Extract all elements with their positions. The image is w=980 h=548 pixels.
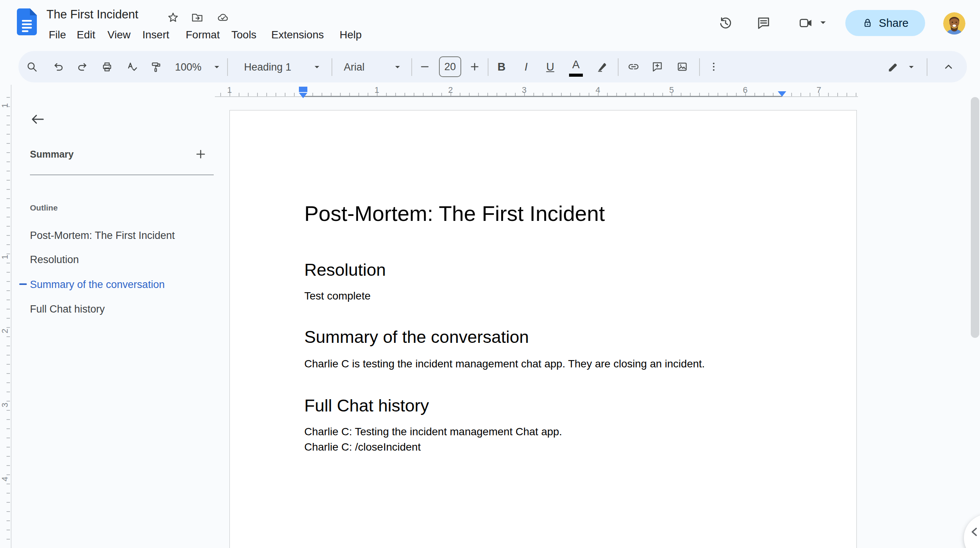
lock-icon — [862, 17, 873, 29]
outline-item-resolution[interactable]: Resolution — [30, 254, 79, 266]
editing-mode-caret-icon[interactable] — [908, 65, 914, 69]
share-button-label: Share — [879, 17, 908, 30]
document-page[interactable]: Post-Mortem: The First Incident Resoluti… — [229, 110, 857, 548]
doc-heading-full-chat-history[interactable]: Full Chat history — [304, 396, 429, 416]
first-line-indent-marker[interactable] — [299, 87, 307, 92]
close-outline-back-arrow-icon[interactable] — [29, 111, 46, 128]
ruler-number: 3 — [522, 85, 526, 95]
ruler-number: 7 — [817, 85, 821, 95]
menu-view[interactable]: View — [107, 27, 130, 43]
ruler-number: 4 — [596, 85, 600, 95]
ruler-number: 5 — [669, 85, 674, 95]
more-options-kebab-icon[interactable] — [707, 60, 721, 74]
increase-font-size-button[interactable] — [468, 60, 482, 74]
google-docs-app: The First Incident File Edit View Insert… — [0, 0, 980, 548]
ruler-number: 6 — [743, 85, 747, 95]
insert-link-icon[interactable] — [627, 60, 640, 74]
print-icon[interactable] — [100, 60, 114, 74]
ruler-number: 4 — [0, 474, 10, 484]
active-outline-item-dash — [19, 283, 27, 285]
doc-paragraph[interactable]: Charlie C: Testing the incident manageme… — [304, 426, 562, 438]
meet-dropdown-caret-icon[interactable] — [820, 20, 827, 25]
decrease-font-size-button[interactable] — [418, 60, 432, 74]
toolbar-divider — [411, 58, 412, 76]
vertical-scrollbar-thumb[interactable] — [971, 97, 979, 338]
doc-heading-resolution[interactable]: Resolution — [304, 260, 386, 280]
summary-section-label: Summary — [30, 149, 74, 160]
menu-file[interactable]: File — [49, 27, 66, 43]
ruler-number: 2 — [0, 326, 10, 336]
text-color-button[interactable]: A — [569, 58, 583, 71]
editing-mode-pencil-icon[interactable] — [886, 60, 899, 74]
header: The First Incident File Edit View Insert… — [0, 0, 980, 50]
text-color-swatch — [569, 74, 583, 77]
spellcheck-icon[interactable] — [125, 60, 139, 74]
ruler-margin-line — [303, 96, 782, 97]
toolbar-divider — [488, 58, 488, 76]
document-title-input[interactable]: The First Incident — [46, 8, 138, 21]
share-button[interactable]: Share — [845, 10, 925, 36]
menu-tools[interactable]: Tools — [231, 27, 256, 43]
doc-heading-summary[interactable]: Summary of the conversation — [304, 327, 529, 347]
ruler-number: 1 — [0, 252, 10, 262]
doc-paragraph[interactable]: Test complete — [304, 290, 371, 302]
left-indent-marker[interactable] — [299, 93, 307, 98]
paragraph-style-caret-icon[interactable] — [314, 65, 320, 69]
outline-section-label: Outline — [30, 203, 58, 212]
font-family-caret-icon[interactable] — [394, 65, 401, 69]
add-comment-icon[interactable] — [650, 60, 664, 74]
ruler-number: 1 — [227, 85, 232, 95]
font-size-input[interactable]: 20 — [439, 56, 461, 77]
menu-edit[interactable]: Edit — [77, 27, 95, 43]
outline-item-full-chat-history[interactable]: Full Chat history — [30, 303, 105, 315]
toolbar-divider — [332, 58, 332, 76]
ruler-number: 2 — [448, 85, 453, 95]
italic-button[interactable]: I — [519, 61, 533, 73]
insert-image-icon[interactable] — [675, 60, 689, 74]
move-to-folder-icon[interactable] — [190, 11, 204, 25]
right-indent-marker[interactable] — [778, 91, 786, 97]
zoom-caret-icon[interactable] — [214, 65, 220, 69]
outline-item-summary-of-conversation[interactable]: Summary of the conversation — [30, 279, 165, 291]
highlight-color-icon[interactable] — [595, 60, 609, 74]
underline-button[interactable]: U — [543, 61, 557, 73]
ruler-number: 3 — [0, 400, 10, 410]
menu-help[interactable]: Help — [340, 27, 362, 43]
toolbar-divider — [227, 58, 228, 76]
version-history-icon[interactable] — [717, 15, 734, 31]
ruler-number: 1 — [0, 100, 10, 110]
menu-insert[interactable]: Insert — [142, 27, 169, 43]
hide-menus-chevron-up-icon[interactable] — [942, 60, 955, 74]
account-avatar[interactable] — [943, 12, 965, 35]
star-icon[interactable] — [166, 11, 180, 25]
paragraph-style-select[interactable]: Heading 1 — [244, 60, 291, 74]
chevron-left-icon — [966, 523, 980, 540]
add-summary-plus-icon[interactable] — [194, 147, 208, 161]
show-side-panel-button[interactable] — [964, 514, 980, 548]
ruler-edge-line — [11, 85, 12, 548]
bold-button[interactable]: B — [495, 61, 508, 73]
doc-heading-title[interactable]: Post-Mortem: The First Incident — [304, 201, 605, 226]
paint-format-icon[interactable] — [149, 60, 163, 74]
meet-video-icon[interactable] — [797, 15, 814, 31]
docs-logo-icon[interactable] — [17, 8, 37, 35]
toolbar-divider — [699, 58, 700, 76]
summary-divider — [30, 174, 214, 175]
zoom-select[interactable]: 100% — [175, 60, 201, 74]
toolbar-divider — [927, 58, 927, 76]
undo-icon[interactable] — [51, 60, 65, 74]
outline-item-post-mortem[interactable]: Post-Mortem: The First Incident — [30, 230, 175, 242]
comments-icon[interactable] — [755, 15, 772, 31]
search-icon[interactable] — [25, 60, 39, 74]
toolbar-divider — [618, 58, 619, 76]
cloud-saved-icon[interactable] — [216, 11, 230, 25]
doc-paragraph[interactable]: Charlie C: /closeIncident — [304, 441, 421, 453]
ruler-number: 1 — [375, 85, 379, 95]
redo-icon[interactable] — [76, 60, 89, 74]
menu-format[interactable]: Format — [186, 27, 220, 43]
font-family-select[interactable]: Arial — [344, 60, 365, 74]
doc-paragraph[interactable]: Charlie C is testing the incident manage… — [304, 358, 705, 370]
menu-extensions[interactable]: Extensions — [271, 27, 324, 43]
